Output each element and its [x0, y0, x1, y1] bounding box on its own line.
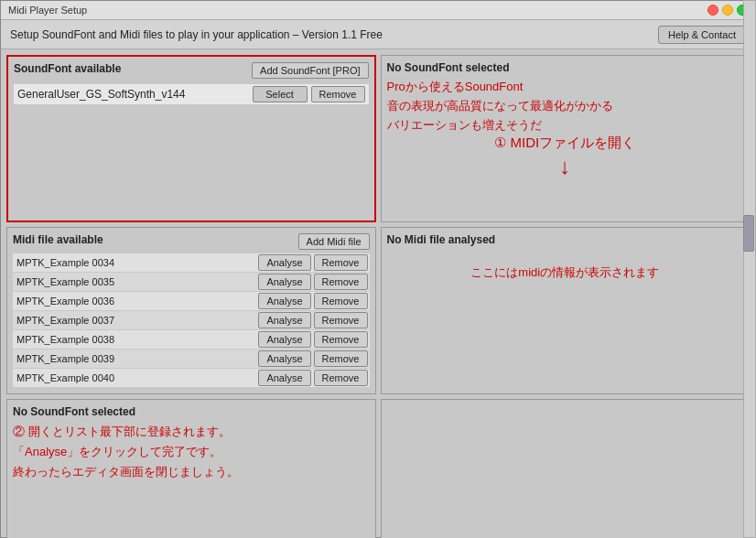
info-line-3: バリエーションも増えそうだ — [387, 116, 744, 135]
analyse-button[interactable]: Analyse — [258, 293, 310, 309]
add-soundfont-button[interactable]: Add SoundFont [PRO] — [252, 62, 368, 79]
bottom-info-text: ② 開くとリスト最下部に登録されます。 「Analyse」をクリックして完了です… — [13, 422, 370, 482]
midi-list-inner: MPTK_Example 0034AnalyseRemoveMPTK_Examp… — [13, 253, 370, 388]
header-subtitle: Setup SoundFont and Midi files to play i… — [10, 28, 383, 41]
bottom-left-title: No SoundFont selected — [13, 405, 135, 418]
soundfont-info-text: Proから使えるSoundFont 音の表現が高品質になって最適化がかかる バリ… — [387, 78, 744, 134]
midi-panel: Midi file available Add Midi file MPTK_E… — [6, 227, 376, 394]
bottom-left-panel: No SoundFont selected ② 開くとリスト最下部に登録されます… — [6, 399, 376, 538]
bottom-line-2: 「Analyse」をクリックして完了です。 — [13, 442, 370, 462]
midi-list-item: MPTK_Example 0034AnalyseRemove — [13, 253, 370, 272]
bottom-right-panel — [381, 399, 751, 538]
header-bar: Setup SoundFont and Midi files to play i… — [1, 20, 755, 49]
info-line-2: 音の表現が高品質になって最適化がかかる — [387, 97, 744, 116]
arrow-area: ① MIDIファイルを開く ↓ — [387, 134, 744, 185]
midi-header: Midi file available Add Midi file — [13, 233, 370, 250]
soundfont-info-title: No SoundFont selected — [387, 61, 510, 74]
midi-list-wrapper: MPTK_Example 0034AnalyseRemoveMPTK_Examp… — [13, 253, 370, 388]
midi-info-panel: No Midi file analysed ここにはmidiの情報が表示されます — [381, 227, 751, 394]
soundfont-panel: SoundFont available Add SoundFont [PRO] … — [6, 55, 376, 222]
info-line-1: Proから使えるSoundFont — [387, 78, 744, 97]
remove-midi-button[interactable]: Remove — [314, 350, 368, 367]
title-bar-left: Midi Player Setup — [8, 5, 87, 16]
window-controls — [707, 5, 748, 16]
midi-row-name: MPTK_Example 0036 — [15, 296, 255, 307]
midi-list-item: MPTK_Example 0037AnalyseRemove — [13, 311, 370, 329]
title-bar: Midi Player Setup — [1, 1, 755, 20]
analyse-button[interactable]: Analyse — [258, 331, 310, 348]
main-window: Midi Player Setup Setup SoundFont and Mi… — [0, 0, 756, 538]
analyse-button[interactable]: Analyse — [258, 350, 310, 367]
midi-list-item: MPTK_Example 0039AnalyseRemove — [13, 350, 370, 368]
help-contact-button[interactable]: Help & Contact — [658, 26, 746, 44]
midi-panel-title: Midi file available — [13, 233, 103, 246]
midi-row-name: MPTK_Example 0034 — [15, 257, 255, 268]
bottom-line-1: ② 開くとリスト最下部に登録されます。 — [13, 422, 370, 442]
soundfont-header: SoundFont available Add SoundFont [PRO] — [14, 62, 369, 79]
main-content: SoundFont available Add SoundFont [PRO] … — [1, 49, 755, 538]
analyse-button[interactable]: Analyse — [258, 312, 310, 328]
soundfont-panel-title: SoundFont available — [14, 62, 121, 75]
midi-list-item: MPTK_Example 0040AnalyseRemove — [13, 369, 370, 387]
midi-info-title: No Midi file analysed — [387, 233, 496, 246]
arrow-down-icon: ↓ — [559, 156, 570, 178]
remove-midi-button[interactable]: Remove — [314, 274, 368, 290]
remove-midi-button[interactable]: Remove — [314, 312, 368, 328]
midi-row-name: MPTK_Example 0035 — [15, 276, 255, 287]
window-title: Midi Player Setup — [8, 5, 87, 16]
select-soundfont-button[interactable]: Select — [253, 86, 308, 102]
midi-list-item: MPTK_Example 0035AnalyseRemove — [13, 273, 370, 291]
midi-info-text: ここにはmidiの情報が表示されます — [387, 264, 744, 281]
midi-list-item: MPTK_Example 0036AnalyseRemove — [13, 292, 370, 310]
midi-row-name: MPTK_Example 0039 — [15, 353, 255, 364]
midi-list-item: MPTK_Example 0038AnalyseRemove — [13, 330, 370, 349]
midi-open-text: ① MIDIファイルを開く — [494, 134, 635, 152]
minimize-button[interactable] — [722, 5, 733, 16]
soundfont-info-panel: No SoundFont selected Proから使えるSoundFont … — [381, 55, 751, 222]
bottom-line-4: 終わったらエディタ画面を閉じましょう。 — [13, 462, 370, 482]
midi-row-name: MPTK_Example 0038 — [15, 334, 255, 345]
midi-row-name: MPTK_Example 0037 — [15, 315, 255, 326]
analyse-button[interactable]: Analyse — [258, 254, 310, 271]
add-midi-button[interactable]: Add Midi file — [298, 233, 370, 250]
remove-soundfont-button[interactable]: Remove — [311, 86, 365, 102]
remove-midi-button[interactable]: Remove — [314, 331, 368, 348]
remove-midi-button[interactable]: Remove — [314, 254, 368, 271]
remove-midi-button[interactable]: Remove — [314, 370, 368, 386]
close-button[interactable] — [707, 5, 718, 16]
analyse-button[interactable]: Analyse — [258, 274, 310, 290]
remove-midi-button[interactable]: Remove — [314, 293, 368, 309]
analyse-button[interactable]: Analyse — [258, 370, 310, 386]
soundfont-name: GeneralUser_GS_SoftSynth_v144 — [17, 88, 249, 101]
midi-row-name: MPTK_Example 0040 — [15, 372, 255, 383]
soundfont-row: GeneralUser_GS_SoftSynth_v144 Select Rem… — [14, 84, 369, 104]
